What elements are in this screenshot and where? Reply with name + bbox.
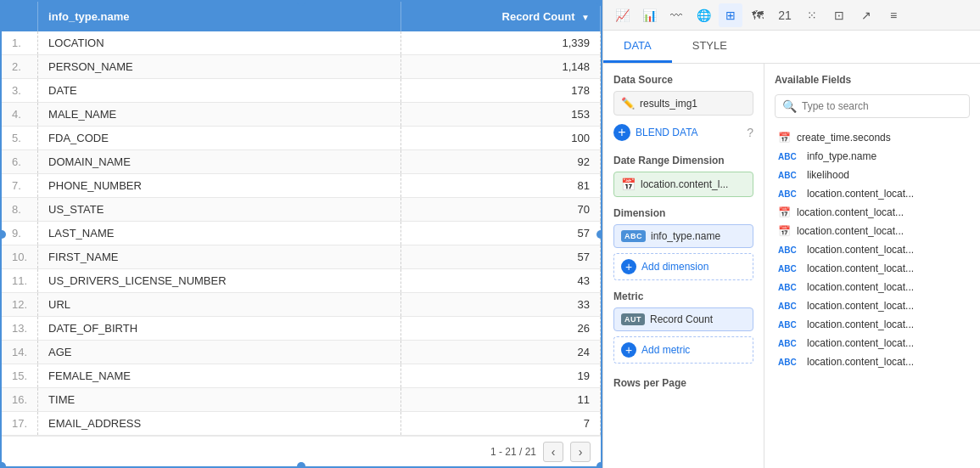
help-icon[interactable]: ?	[747, 126, 753, 139]
data-table: info_type.name Record Count ▼ 1. LOCATIO…	[2, 2, 601, 436]
row-num: 17.	[2, 412, 38, 436]
field-item[interactable]: ABC likelihood	[775, 166, 970, 184]
table-row: 4. MALE_NAME 153	[2, 103, 601, 127]
col-count-header[interactable]: Record Count ▼	[401, 2, 601, 31]
field-name: location.content_locat...	[797, 225, 904, 237]
table-row: 10. FIRST_NAME 57	[2, 245, 601, 269]
abc-badge: ABC	[621, 230, 646, 242]
col-name-header[interactable]: info_type.name	[38, 2, 401, 31]
dimension-chip[interactable]: ABC info_type.name	[613, 224, 753, 248]
table-row: 12. URL 33	[2, 293, 601, 317]
row-name: PERSON_NAME	[38, 55, 401, 79]
add-metric-btn[interactable]: + Add metric	[613, 336, 753, 364]
table-row: 5. FDA_CODE 100	[2, 127, 601, 150]
abc-field-icon: ABC	[778, 283, 802, 292]
row-num: 14.	[2, 341, 38, 364]
resize-handle-bottom[interactable]	[297, 462, 305, 468]
blend-label: BLEND DATA	[636, 127, 698, 138]
row-name: DATE_OF_BIRTH	[38, 317, 401, 341]
row-count: 19	[401, 364, 601, 388]
available-fields-title: Available Fields	[775, 74, 970, 86]
dimension-label: Dimension	[613, 207, 753, 219]
pivot-btn[interactable]: ⊡	[827, 3, 851, 27]
table-row: 16. TIME 11	[2, 388, 601, 412]
field-name: create_time.seconds	[797, 132, 891, 144]
field-item[interactable]: 📅 location.content_locat...	[775, 203, 970, 222]
line-chart-btn[interactable]: 📈	[610, 3, 634, 27]
data-source-row[interactable]: ✏️ results_img1	[613, 91, 753, 116]
table-row: 1. LOCATION 1,339	[2, 31, 601, 55]
tab-data[interactable]: DATA	[603, 31, 672, 63]
field-name: location.content_locat...	[807, 188, 914, 200]
row-name: TIME	[38, 388, 401, 412]
rows-per-page-label: Rows per Page	[613, 374, 753, 389]
row-name: DATE	[38, 79, 401, 103]
blend-data-btn[interactable]: + BLEND DATA ?	[613, 121, 753, 144]
scorecard-btn[interactable]: 21	[773, 3, 797, 27]
table-row: 7. PHONE_NUMBER 81	[2, 174, 601, 198]
row-num: 7.	[2, 174, 38, 198]
row-num: 6.	[2, 150, 38, 174]
add-metric-label: Add metric	[641, 344, 690, 356]
tab-style[interactable]: STYLE	[672, 31, 748, 63]
table-row: 9. LAST_NAME 57	[2, 222, 601, 245]
calendar-field-icon: 📅	[778, 225, 792, 237]
table-wrapper: info_type.name Record Count ▼ 1. LOCATIO…	[2, 2, 601, 466]
field-item[interactable]: 📅 create_time.seconds	[775, 128, 970, 147]
search-input[interactable]	[802, 100, 962, 112]
row-name: US_DRIVERS_LICENSE_NUMBER	[38, 269, 401, 293]
field-item[interactable]: ABC location.content_locat...	[775, 240, 970, 259]
row-num: 15.	[2, 364, 38, 388]
right-panel: 📈 📊 〰 🌐 ⊞ 🗺 21 ⁙ ⊡ ↗ ≡ DATA STYLE Data S…	[602, 0, 980, 468]
row-num: 3.	[2, 79, 38, 103]
dimension-value: info_type.name	[651, 230, 720, 242]
field-item[interactable]: ABC info_type.name	[775, 147, 970, 166]
row-num: 2.	[2, 55, 38, 79]
available-fields-col: Available Fields 🔍 📅 create_time.seconds…	[764, 64, 980, 468]
field-item[interactable]: ABC location.content_locat...	[775, 296, 970, 315]
field-item[interactable]: ABC location.content_locat...	[775, 278, 970, 296]
aut-badge: AUT	[621, 313, 645, 325]
row-count: 178	[401, 79, 601, 103]
date-range-row[interactable]: 📅 location.content_l...	[613, 172, 753, 197]
field-item[interactable]: ABC location.content_locat...	[775, 334, 970, 352]
resize-handle-tr[interactable]	[596, 0, 602, 6]
scatter-btn[interactable]: ⁙	[800, 3, 824, 27]
field-item[interactable]: ABC location.content_locat...	[775, 259, 970, 278]
metric-chip[interactable]: AUT Record Count	[613, 307, 753, 331]
field-name: location.content_locat...	[807, 319, 914, 330]
row-num: 13.	[2, 317, 38, 341]
field-item[interactable]: ABC location.content_locat...	[775, 315, 970, 334]
row-num: 12.	[2, 293, 38, 317]
trend-btn[interactable]: ↗	[854, 3, 878, 27]
geo-chart-btn[interactable]: 🗺	[746, 3, 770, 27]
row-count: 92	[401, 150, 601, 174]
field-item[interactable]: ABC location.content_locat...	[775, 184, 970, 203]
area-chart-btn[interactable]: 〰	[664, 3, 688, 27]
row-count: 1,339	[401, 31, 601, 55]
bullet-btn[interactable]: ≡	[882, 3, 905, 27]
row-count: 57	[401, 222, 601, 245]
sort-icon: ▼	[581, 13, 590, 22]
field-name: info_type.name	[807, 150, 876, 162]
rows-per-page-section: Rows per Page	[613, 374, 753, 389]
tab-bar: DATA STYLE	[603, 31, 980, 64]
resize-handle-bl[interactable]	[0, 462, 6, 468]
add-dimension-btn[interactable]: + Add dimension	[613, 253, 753, 280]
row-num: 8.	[2, 198, 38, 222]
resize-handle-br[interactable]	[596, 462, 602, 468]
abc-field-icon: ABC	[778, 245, 802, 255]
pencil-icon: ✏️	[621, 97, 635, 110]
row-count: 81	[401, 174, 601, 198]
next-page-button[interactable]: ›	[570, 442, 591, 462]
table-row: 8. US_STATE 70	[2, 198, 601, 222]
table-row: 11. US_DRIVERS_LICENSE_NUMBER 43	[2, 269, 601, 293]
bar-chart-btn[interactable]: 📊	[637, 3, 661, 27]
resize-handle-right[interactable]	[596, 230, 602, 239]
field-item[interactable]: ABC location.content_locat...	[775, 352, 970, 371]
prev-page-button[interactable]: ‹	[543, 442, 563, 462]
field-item[interactable]: 📅 location.content_locat...	[775, 222, 970, 240]
globe-chart-btn[interactable]: 🌐	[692, 3, 715, 27]
data-source-label: Data Source	[613, 74, 753, 86]
table-chart-btn[interactable]: ⊞	[719, 3, 742, 27]
